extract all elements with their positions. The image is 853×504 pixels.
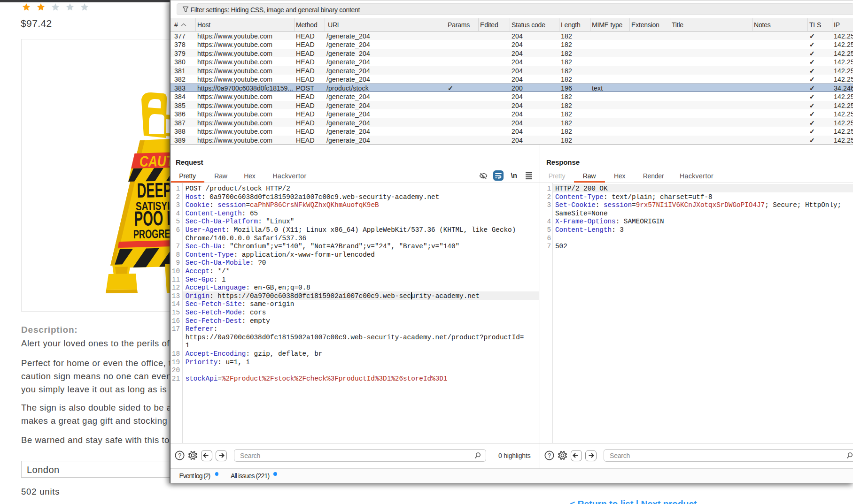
svg-text:?: ? — [178, 452, 181, 459]
svg-text:?: ? — [547, 452, 551, 459]
